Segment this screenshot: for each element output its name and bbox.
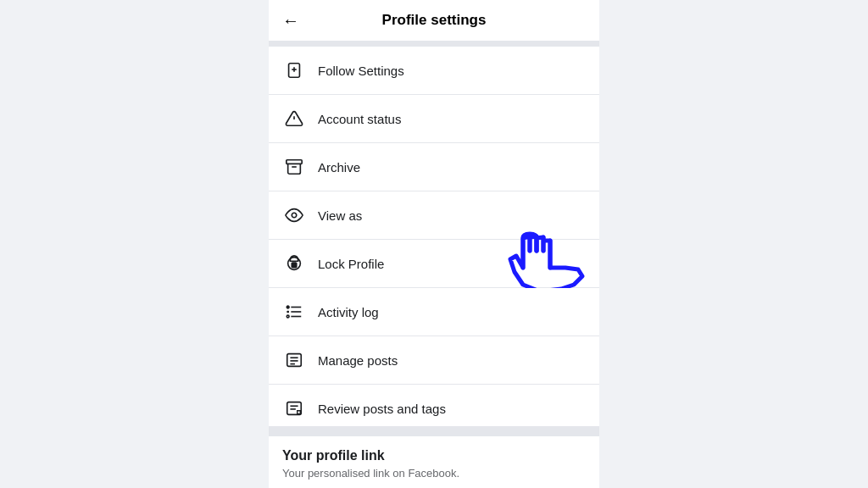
menu-item-manage-posts[interactable]: Manage posts xyxy=(269,336,599,385)
back-button[interactable]: ← xyxy=(282,11,299,30)
svg-rect-5 xyxy=(287,160,302,164)
archive-label: Archive xyxy=(318,160,360,175)
footer-title: Your profile link xyxy=(282,448,586,463)
activity-log-icon xyxy=(282,300,306,324)
svg-rect-26 xyxy=(287,402,302,415)
lock-profile-label: Lock Profile xyxy=(318,257,384,271)
follow-settings-label: Follow Settings xyxy=(318,64,404,78)
view-as-icon xyxy=(282,203,306,227)
archive-icon xyxy=(282,155,306,179)
svg-rect-9 xyxy=(292,263,297,268)
svg-point-7 xyxy=(292,213,297,218)
view-as-label: View as xyxy=(318,208,362,223)
menu-item-follow-settings[interactable]: Follow Settings xyxy=(269,47,599,95)
svg-point-17 xyxy=(287,306,289,308)
lock-profile-icon xyxy=(282,252,306,275)
menu-item-archive[interactable]: Archive xyxy=(269,143,599,191)
manage-posts-label: Manage posts xyxy=(318,353,398,368)
review-posts-tags-label: Review posts and tags xyxy=(318,402,446,416)
footer-section: Your profile link Your personalised link… xyxy=(269,431,599,488)
menu-item-lock-profile[interactable]: Lock Profile xyxy=(269,240,599,288)
follow-settings-icon xyxy=(282,58,306,82)
menu-list: Follow Settings Account status xyxy=(269,47,599,426)
svg-point-21 xyxy=(287,315,289,318)
header: ← Profile settings xyxy=(269,0,599,42)
activity-log-label: Activity log xyxy=(318,305,379,319)
page-title: Profile settings xyxy=(382,12,487,29)
menu-item-account-status[interactable]: Account status xyxy=(269,95,599,143)
menu-item-view-as[interactable]: View as xyxy=(269,191,599,240)
menu-item-activity-log[interactable]: Activity log xyxy=(269,288,599,336)
manage-posts-icon xyxy=(282,348,306,372)
account-status-icon xyxy=(282,107,306,130)
footer-subtitle: Your personalised link on Facebook. xyxy=(282,467,586,480)
phone-container: ← Profile settings Follow Settings xyxy=(269,0,599,488)
account-status-label: Account status xyxy=(318,112,401,126)
menu-item-review-posts-tags[interactable]: Review posts and tags xyxy=(269,385,599,426)
review-posts-tags-icon xyxy=(282,396,306,420)
